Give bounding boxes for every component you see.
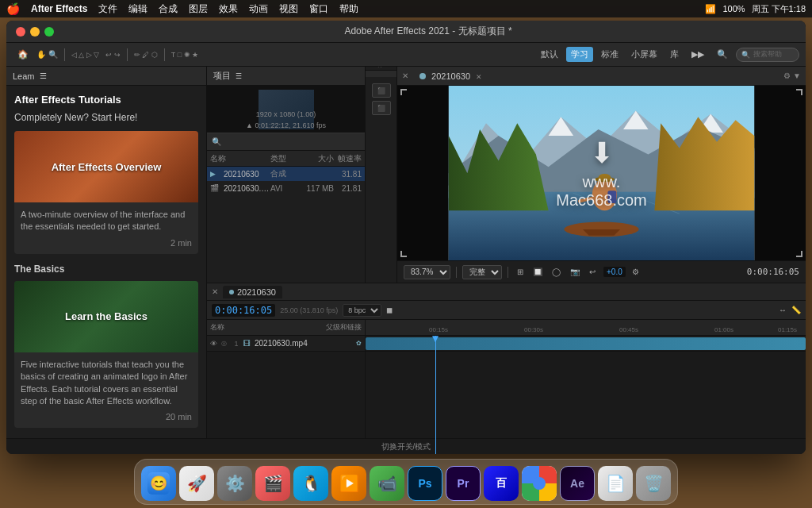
dock-item-after-effects[interactable]: Ae [560, 466, 595, 501]
menu-animation[interactable]: 动画 [249, 2, 268, 16]
right-panel: 项目 ☰ 1920 x 1080 (1.00) ▲ 0:01:22:12, 21… [207, 67, 806, 454]
claquette-icon: 🎬 [263, 474, 283, 493]
mask-btn[interactable]: ◯ [549, 267, 564, 277]
layer-row-1[interactable]: 👁 ◎ 1 🎞 20210630.mp4 ✿ [207, 336, 365, 352]
dock-item-chrome[interactable] [522, 466, 557, 501]
menu-view[interactable]: 视图 [279, 2, 298, 16]
dock-item-systemprefs[interactable]: ⚙️ [217, 466, 252, 501]
timeline-timecode[interactable]: 0:00:16:05 [212, 304, 275, 317]
reset-btn[interactable]: ↩ [586, 267, 599, 277]
tab-standard[interactable]: 标准 [596, 47, 623, 62]
project-items: ▶ 20210630 合成 31.81 🎬 20210630.mp4 AVI 1… [207, 167, 365, 283]
top-area: 项目 ☰ 1920 x 1080 (1.00) ▲ 0:01:22:12, 21… [207, 67, 806, 283]
learn-panel-icon: ☰ [40, 71, 47, 80]
overview-card[interactable]: After Effects Overview A two-minute over… [14, 131, 198, 254]
preview-close-icon[interactable]: ✕ [402, 71, 408, 80]
dock-item-photoshop[interactable]: Ps [408, 466, 442, 501]
project-panel: 项目 ☰ 1920 x 1080 (1.00) ▲ 0:01:22:12, 21… [207, 67, 366, 283]
zoom-select[interactable]: 83.7% [404, 265, 450, 279]
more-ctrl-btn[interactable]: ⚙ [629, 267, 642, 277]
bottom-switch-label[interactable]: 切换开关/模式 [207, 438, 806, 454]
dock-item-claquette[interactable]: 🎬 [255, 466, 290, 501]
playhead[interactable] [435, 336, 436, 454]
menu-help[interactable]: 帮助 [339, 2, 358, 16]
search-btn[interactable]: 🔍 [712, 48, 733, 61]
comp-tab-close[interactable]: ✕ [476, 73, 482, 81]
tab-default[interactable]: 默认 [536, 47, 563, 62]
project-search-bar[interactable]: 🔍 [207, 133, 365, 151]
expand-btn[interactable]: ▶▶ [687, 48, 709, 61]
timeline-close-icon[interactable]: ✕ [212, 287, 218, 296]
dock-item-launchpad[interactable]: 🚀 [179, 466, 214, 501]
track-bar-1[interactable] [366, 337, 806, 350]
project-thumb-info: 1920 x 1080 (1.00) ▲ 0:01:22:12, 21.610 … [243, 109, 329, 131]
quality-select[interactable]: 完整 [462, 265, 502, 279]
bpc-select[interactable]: 8 bpc [343, 304, 381, 317]
video-fps: 21.81 [334, 184, 362, 193]
svg-point-17 [599, 174, 611, 181]
menu-edit[interactable]: 编辑 [128, 2, 147, 16]
preview-tab-actions[interactable]: ⚙ ▼ [783, 71, 801, 80]
project-item-video[interactable]: 🎬 20210630.mp4 AVI 117 MB 21.81 [207, 181, 365, 195]
comp-icon: ▶ [210, 170, 221, 178]
video-size: 117 MB [302, 184, 334, 193]
corner-handle-tr [796, 89, 802, 95]
align-left-btn[interactable]: ⬛ [372, 83, 391, 98]
overview-label: After Effects Overview [45, 161, 168, 173]
corner-handle-br [796, 251, 802, 257]
menu-compose[interactable]: 合成 [159, 2, 178, 16]
switch-mode-text: 切换开关/模式 [381, 441, 431, 452]
app-window: Adobe After Effects 2021 - 无标题项目 * 🏠 ✋ 🔍… [6, 21, 806, 454]
comp-name: 20210630 [224, 170, 270, 179]
layer-eye-icon[interactable]: 👁 [210, 340, 220, 348]
dock-item-trash[interactable]: 🗑️ [636, 466, 671, 501]
dock-item-facetime[interactable]: 📹 [370, 466, 404, 501]
dock-item-qq[interactable]: 🐧 [293, 466, 328, 501]
video-icon: 🎬 [210, 184, 221, 192]
menu-app-name[interactable]: After Effects [31, 3, 87, 14]
menu-file[interactable]: 文件 [98, 2, 117, 16]
dock-item-baidu[interactable]: 百 [484, 466, 519, 501]
dock-item-file[interactable]: 📄 [598, 466, 633, 501]
apple-logo[interactable]: 🍎 [6, 2, 20, 15]
svg-text:😊: 😊 [150, 475, 168, 492]
minimize-button[interactable] [30, 27, 40, 37]
comp-tab[interactable]: 20210630 ✕ [415, 70, 487, 83]
toolbar-home[interactable]: 🏠 [13, 48, 33, 61]
timeline-comp-tab[interactable]: 20210630 [223, 286, 282, 298]
after-effects-dock-icon: Ae [570, 477, 584, 490]
menu-layer[interactable]: 图层 [189, 2, 208, 16]
zero-offset: +0.0 [603, 267, 626, 277]
dock-item-potplayer[interactable]: ▶️ [331, 466, 366, 501]
timeline-tracks: 00:15s 00:30s 00:45s 01:00s 01:15s [366, 320, 806, 454]
layer-solo-icon[interactable]: ◎ [221, 340, 229, 347]
help-search[interactable]: 🔍 搜索帮助 [736, 48, 799, 62]
project-item-comp[interactable]: ▶ 20210630 合成 31.81 [207, 167, 365, 181]
layer-col-switches: 名称 [210, 322, 323, 333]
ruler-30s: 00:30s [524, 326, 543, 333]
wifi-icon[interactable]: 📶 [705, 4, 716, 14]
dock-item-finder[interactable]: 😊 [141, 466, 176, 501]
camera-btn[interactable]: 📷 [567, 267, 583, 277]
ruler-45s: 00:45s [619, 326, 638, 333]
tab-library[interactable]: 库 [665, 47, 684, 62]
menu-effects[interactable]: 效果 [219, 2, 238, 16]
layer-switch-icon[interactable]: ✿ [356, 340, 362, 347]
baidu-icon: 百 [496, 476, 507, 491]
grid-btn[interactable]: ⊞ [514, 267, 527, 277]
learn-content[interactable]: After Effects Tutorials Completely New? … [6, 86, 206, 454]
timeline-btn-ruler[interactable]: 📏 [791, 306, 801, 314]
timeline-btn-1[interactable]: ◼ [386, 306, 393, 314]
title-bar: Adobe After Effects 2021 - 无标题项目 * [6, 21, 806, 43]
timeline-btn-pan[interactable]: ↔ [779, 306, 787, 314]
close-button[interactable] [16, 27, 25, 37]
basics-card[interactable]: Learn the Basics Five interactive tutori… [14, 281, 198, 429]
toggle-btn[interactable]: 🔲 [530, 267, 546, 277]
tab-small-screen[interactable]: 小屏幕 [626, 47, 662, 62]
align-center-btn[interactable]: ⬛ [372, 101, 391, 115]
tab-learn[interactable]: 学习 [566, 47, 593, 62]
dock-item-premiere[interactable]: Pr [446, 466, 481, 501]
fullscreen-button[interactable] [44, 27, 54, 37]
menu-window[interactable]: 窗口 [309, 2, 328, 16]
overview-card-body: A two-minute overview of the interface a… [14, 202, 198, 254]
